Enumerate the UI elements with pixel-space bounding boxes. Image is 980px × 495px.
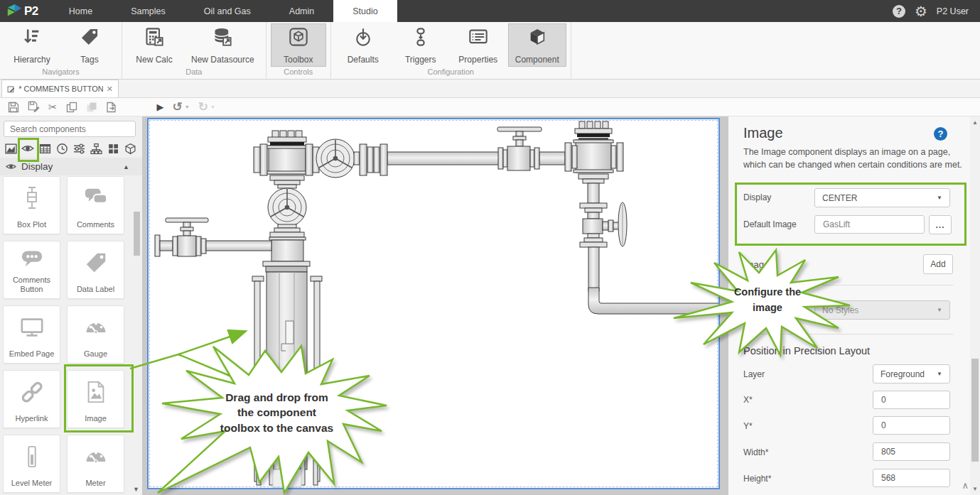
- card-label: Comments Button: [6, 276, 58, 298]
- document-tab-title: * COMMENTS BUTTON TU: [18, 85, 103, 93]
- height-input[interactable]: [873, 469, 950, 487]
- ribbon-group-data: New Calc New Datasource Data: [122, 22, 266, 79]
- export-button[interactable]: [106, 102, 117, 113]
- user-name[interactable]: P2 User: [937, 6, 969, 16]
- calculator-icon: [144, 27, 164, 47]
- undo-button[interactable]: ↺▼: [173, 101, 190, 113]
- box-plot-icon: [19, 185, 45, 211]
- hierarchy-button[interactable]: Hierarchy: [4, 23, 60, 67]
- image-icon: [84, 379, 108, 405]
- width-field-label: Width*: [743, 447, 768, 457]
- search-input[interactable]: [4, 121, 136, 137]
- nav-item-admin[interactable]: Admin: [270, 0, 333, 22]
- component-card-embed-page[interactable]: Embed Page: [3, 305, 60, 364]
- triggers-label: Triggers: [405, 55, 436, 65]
- component-card-comments-button[interactable]: Comments Button: [3, 241, 60, 299]
- save-button[interactable]: [8, 102, 19, 113]
- nav-item-home[interactable]: Home: [50, 0, 112, 22]
- component-card-box-plot[interactable]: Box Plot: [3, 176, 60, 234]
- charts-category-icon[interactable]: [4, 141, 18, 156]
- panel-scrollbar[interactable]: ▲ ▼: [970, 116, 980, 495]
- save-as-button[interactable]: [28, 101, 40, 113]
- layer-select[interactable]: Foreground ▼: [873, 364, 950, 384]
- nav-item-studio[interactable]: Studio: [333, 0, 397, 22]
- triggers-button[interactable]: Triggers: [393, 23, 448, 67]
- table-category-icon[interactable]: [38, 141, 52, 156]
- group-label-data: Data: [126, 67, 262, 79]
- component-card-image[interactable]: Image: [67, 370, 124, 428]
- layer-field-label: Layer: [743, 369, 765, 379]
- nav-item-oil-and-gas[interactable]: Oil and Gas: [185, 0, 270, 22]
- time-category-icon[interactable]: [55, 141, 69, 156]
- default-image-input[interactable]: [814, 215, 925, 234]
- panel-title: Image: [743, 125, 783, 141]
- edit-page-icon: [7, 85, 15, 94]
- scroll-down-icon[interactable]: ▼: [970, 486, 980, 492]
- component-button[interactable]: Component: [508, 23, 566, 67]
- y-input[interactable]: [873, 416, 950, 435]
- cut-button[interactable]: ✂: [48, 102, 58, 112]
- components-category-icon[interactable]: [123, 141, 137, 156]
- card-label: Box Plot: [6, 220, 58, 234]
- component-card-comments[interactable]: Comments: [67, 176, 124, 234]
- toolbox-button[interactable]: Toolbox: [271, 23, 326, 67]
- display-section-header[interactable]: Display ▲: [0, 158, 142, 175]
- copy-button[interactable]: [66, 102, 77, 113]
- export-page-icon: [106, 102, 117, 113]
- display-select[interactable]: CENTER ▼: [814, 188, 950, 207]
- paste-button[interactable]: [86, 102, 97, 113]
- collapse-ribbon-icon[interactable]: ∧: [962, 480, 969, 491]
- defaults-button[interactable]: Defaults: [335, 23, 391, 67]
- component-card-data-label[interactable]: Data Label: [67, 241, 124, 299]
- tag-icon: [80, 27, 99, 47]
- x-input[interactable]: [873, 391, 950, 409]
- run-button[interactable]: ▶: [157, 102, 164, 111]
- component-card-meter[interactable]: Meter: [67, 435, 124, 493]
- layout-category-icon[interactable]: [106, 141, 120, 156]
- card-label: Hyperlink: [6, 414, 58, 428]
- card-label: Meter: [70, 479, 122, 492]
- tags-button[interactable]: Tags: [62, 23, 117, 67]
- gear-icon[interactable]: ⚙: [915, 4, 927, 18]
- p2-logo[interactable]: P2: [0, 0, 50, 22]
- help-icon[interactable]: ?: [893, 5, 905, 18]
- hierarchy-category-icon[interactable]: [89, 141, 103, 156]
- embed-page-icon: [18, 315, 45, 339]
- panel-help-icon[interactable]: ?: [934, 127, 947, 141]
- new-calc-button[interactable]: New Calc: [126, 23, 182, 67]
- sidebar-scroll-down-icon[interactable]: ▼: [133, 486, 139, 493]
- group-label-configuration: Configuration: [335, 67, 566, 79]
- save-icon: [8, 102, 19, 113]
- width-input[interactable]: [873, 442, 950, 461]
- display-field-label: Display: [743, 192, 771, 202]
- redo-button[interactable]: ↻▼: [198, 101, 215, 113]
- component-card-hyperlink[interactable]: Hyperlink: [3, 370, 60, 428]
- nav-item-samples[interactable]: Samples: [112, 0, 185, 22]
- document-tab[interactable]: * COMMENTS BUTTON TU ✕: [1, 80, 119, 97]
- display-category-icon[interactable]: [21, 141, 35, 156]
- component-card-gauge[interactable]: Gauge: [67, 305, 124, 364]
- gauge-icon: [82, 316, 109, 339]
- component-card-level-meter[interactable]: Level Meter: [3, 435, 60, 493]
- card-label: Comments: [70, 220, 122, 234]
- controls-category-icon[interactable]: [72, 141, 86, 156]
- tab-close-icon[interactable]: ✕: [107, 85, 113, 94]
- panel-scrollbar-thumb[interactable]: [971, 359, 979, 462]
- images-section-label: Images: [743, 259, 774, 270]
- scroll-up-icon[interactable]: ▲: [970, 119, 980, 126]
- card-label: Gauge: [70, 349, 122, 363]
- p2-logo-icon: [6, 4, 22, 19]
- p2-logo-text: P2: [24, 4, 38, 18]
- x-field-label: X*: [743, 395, 753, 405]
- group-label-navigators: Navigators: [4, 67, 117, 79]
- new-datasource-button[interactable]: New Datasource: [184, 23, 262, 67]
- meter-icon: [82, 445, 109, 468]
- edit-toolbar: ✂ ▶ ↺▼ ↻▼: [0, 98, 980, 116]
- sidebar-scrollbar-thumb[interactable]: [134, 212, 140, 256]
- add-image-button[interactable]: Add: [923, 254, 953, 274]
- properties-button[interactable]: Properties: [451, 23, 506, 67]
- styles-select[interactable]: No Styles ▼: [814, 300, 950, 320]
- section-collapse-icon[interactable]: ▲: [123, 163, 129, 170]
- page-canvas[interactable]: [147, 118, 720, 489]
- browse-image-button[interactable]: ...: [929, 215, 952, 234]
